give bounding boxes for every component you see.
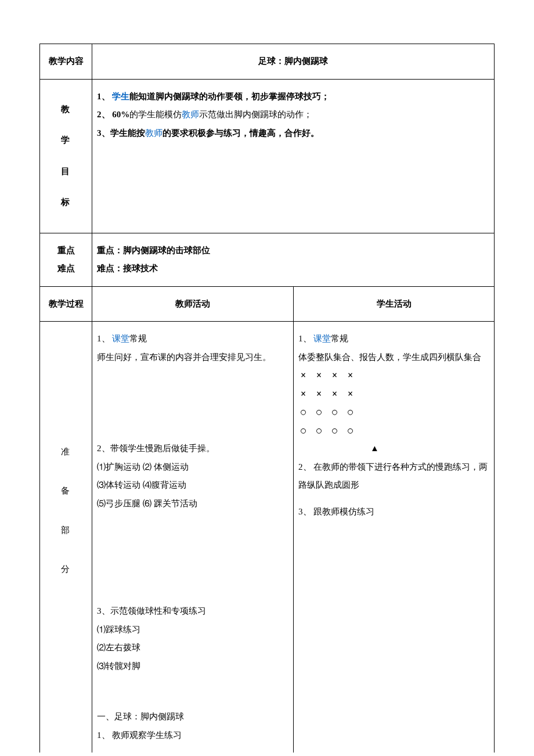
row-goals: 教 学 目 标 1、 学生能知道脚内侧踢球的动作要领，初步掌握停球技巧； 2、 …	[40, 79, 495, 233]
label-teaching-content: 教学内容	[40, 44, 92, 80]
student-activity-prep: 1、 课堂常规 体委整队集合、报告人数，学生成四列横队集合 ×××× ×××× …	[294, 322, 495, 700]
formation-triangle: ▲	[298, 440, 489, 458]
label-preparation: 准 备 部 分	[40, 322, 92, 700]
row-headers: 教学过程 教师活动 学生活动	[40, 286, 495, 322]
student-item-1c: 体委整队集合、报告人数，学生成四列横队集合	[298, 348, 489, 367]
teacher-item-3: 3、示范领做球性和专项练习	[97, 602, 288, 621]
row-bottom: 一、足球：脚内侧踢球 1、 教师观察学生练习	[40, 700, 495, 753]
teacher-activity-main: 一、足球：脚内侧踢球 1、 教师观察学生练习	[92, 700, 294, 753]
teacher-item-2b: ⑶体转运动 ⑷腹背运动	[97, 476, 288, 495]
row-key-difficult: 重点 难点 重点：脚内侧踢球的击球部位 难点：接球技术	[40, 233, 495, 286]
goal-3: 3、学生能按教师的要求积极参与练习，情趣高，合作好。	[97, 124, 489, 143]
teacher-item-1c: 师生问好，宣布课的内容并合理安排见习生。	[97, 348, 288, 367]
header-student-activity: 学生活动	[294, 286, 495, 322]
teacher-item-2: 2、带领学生慢跑后做徒手操。	[97, 440, 288, 458]
goal-2: 2、 60%的学生能模仿教师示范做出脚内侧踢球的动作；	[97, 106, 489, 124]
teacher-item-3b: ⑵左右拨球	[97, 639, 288, 657]
teacher-item-2c: ⑸弓步压腿 ⑹ 踝关节活动	[97, 495, 288, 513]
goal-1: 1、 学生能知道脚内侧踢球的动作要领，初步掌握停球技巧；	[97, 88, 489, 106]
link-classroom[interactable]: 课堂	[112, 334, 129, 343]
link-teacher-2[interactable]: 教师	[145, 128, 163, 138]
teacher-item-3a: ⑴踩球练习	[97, 621, 288, 639]
label-key-difficult: 重点 难点	[40, 233, 92, 286]
row-preparation: 准 备 部 分 1、 课堂常规 师生问好，宣布课的内容并合理安排见习生。 2、带…	[40, 322, 495, 700]
teacher-activity-prep: 1、 课堂常规 师生问好，宣布课的内容并合理安排见习生。 2、带领学生慢跑后做徒…	[92, 322, 294, 700]
goals-content: 1、 学生能知道脚内侧踢球的动作要领，初步掌握停球技巧； 2、 60%的学生能模…	[92, 79, 495, 233]
title-cell: 足球：脚内侧踢球	[92, 44, 495, 80]
teacher-item-3c: ⑶转髋对脚	[97, 657, 288, 676]
student-activity-main	[294, 700, 495, 753]
row-teaching-content: 教学内容 足球：脚内侧踢球	[40, 44, 495, 80]
header-process: 教学过程	[40, 286, 92, 322]
formation-row-x2: ××××	[298, 385, 489, 404]
main-title: 一、足球：脚内侧踢球	[97, 708, 288, 726]
link-classroom-2[interactable]: 课堂	[313, 334, 331, 343]
label-goals: 教 学 目 标	[40, 79, 92, 233]
student-item-3: 3、 跟教师模仿练习	[298, 503, 489, 521]
formation-row-o1: ○○○○	[298, 403, 489, 422]
formation-row-x1: ××××	[298, 366, 489, 385]
link-teacher[interactable]: 教师	[182, 110, 199, 119]
header-teacher-activity: 教师活动	[92, 286, 294, 322]
formation-row-o2: ○○○○	[298, 422, 489, 440]
main-item-1: 1、 教师观察学生练习	[97, 726, 288, 745]
link-student[interactable]: 学生	[112, 92, 129, 101]
teacher-item-1: 1、 课堂常规	[97, 330, 288, 348]
teacher-item-2a: ⑴扩胸运动 ⑵ 体侧运动	[97, 458, 288, 477]
student-item-1: 1、 课堂常规	[298, 330, 489, 348]
student-item-2: 2、 在教师的带领下进行各种方式的慢跑练习，两路纵队跑成圆形	[298, 458, 489, 495]
key-difficult-content: 重点：脚内侧踢球的击球部位 难点：接球技术	[92, 233, 495, 286]
